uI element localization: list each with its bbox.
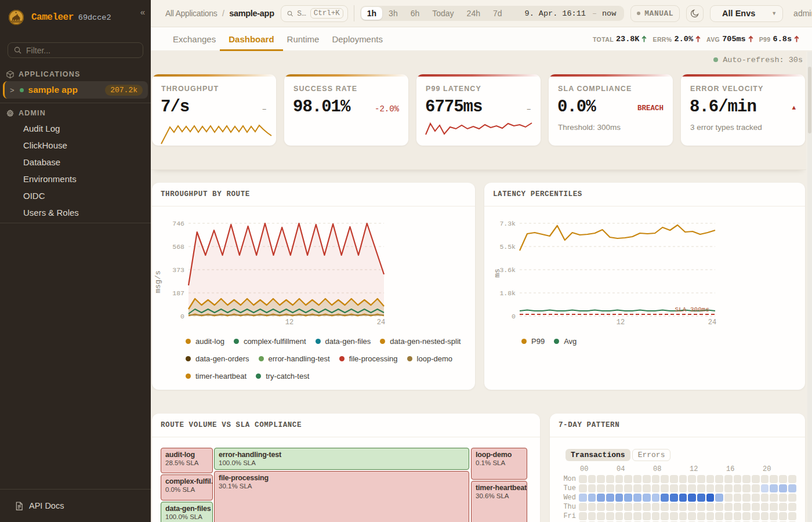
svg-text:7.3k: 7.3k [499,220,516,227]
svg-text:ms: ms [493,269,502,278]
svg-text:5.5k: 5.5k [499,243,516,251]
svg-text:24: 24 [708,318,716,327]
svg-text:0: 0 [180,313,184,320]
svg-text:24: 24 [377,318,385,327]
svg-text:0: 0 [512,313,516,320]
svg-text:12: 12 [617,318,625,327]
svg-text:187: 187 [172,289,184,297]
svg-text:msg/s: msg/s [154,270,162,293]
svg-text:746: 746 [172,220,184,227]
svg-text:3.6k: 3.6k [499,266,516,274]
svg-text:12: 12 [285,318,293,327]
svg-text:373: 373 [172,266,184,274]
svg-text:568: 568 [172,243,184,251]
svg-text:1.8k: 1.8k [499,289,516,297]
svg-text:SLA 300ms: SLA 300ms [675,306,709,313]
